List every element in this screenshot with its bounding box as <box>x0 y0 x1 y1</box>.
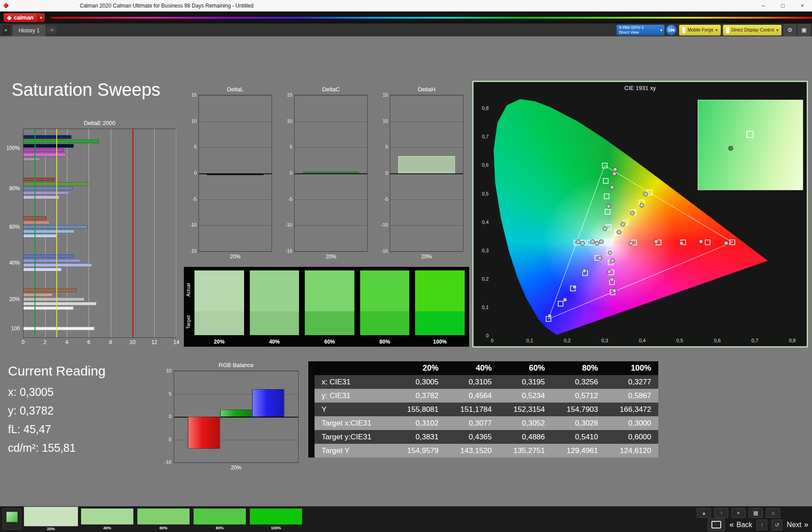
pattern-thumbnail[interactable]: 20% <box>25 509 77 531</box>
pattern-thumbnail[interactable]: 100% <box>250 509 302 530</box>
calman-logo[interactable]: ◈ calman <box>4 13 37 22</box>
gridline <box>199 147 272 148</box>
value-cell: 0,6000 <box>605 430 658 444</box>
display-control-label: Direct Display Control <box>731 27 774 32</box>
back-label: Back <box>737 521 753 529</box>
bar-group: 100% <box>23 135 176 161</box>
home-button[interactable]: ⌂ <box>766 508 780 518</box>
y-tick-label: -15 <box>283 248 292 254</box>
bar <box>398 156 455 173</box>
group-label: 100% <box>6 145 20 151</box>
pattern-thumbnail[interactable]: 60% <box>137 509 190 530</box>
meter-button[interactable]: X-Rite i1Pro 2 Direct View ▾ <box>617 25 664 35</box>
tab-scroll-button[interactable]: ▸ <box>1 24 11 36</box>
settings-button[interactable]: ⚙ <box>784 24 796 36</box>
pattern-window-button[interactable] <box>3 509 21 530</box>
pattern-thumbnail[interactable]: 40% <box>81 509 133 530</box>
plot-area <box>390 95 463 251</box>
back-button[interactable]: « Back <box>729 520 752 529</box>
bar-group: 100 <box>23 327 176 330</box>
actual-swatch <box>305 270 354 311</box>
x-tick-label: 0 <box>22 339 25 345</box>
arrow-up-button[interactable]: ↑ <box>714 508 728 518</box>
pattern-swatch <box>81 509 133 524</box>
probe-button[interactable]: ⌖ <box>731 508 746 518</box>
title-bar: Calman 2020 Calman Ultimate for Business… <box>0 0 812 12</box>
bar <box>23 230 74 233</box>
color-patch <box>305 270 354 335</box>
y-tick-label: 15 <box>378 92 388 98</box>
display-pattern-button[interactable] <box>708 518 725 531</box>
bar-group: 20% <box>23 289 176 310</box>
header-cell: 40% <box>446 361 499 375</box>
y-tick-label: 0 <box>378 170 388 176</box>
gridline <box>295 147 367 148</box>
gridline <box>199 225 272 226</box>
x-tick-label: 14 <box>173 339 179 345</box>
bar <box>23 289 77 292</box>
pattern-swatch <box>25 508 77 525</box>
tab-history-1[interactable]: History 1 <box>12 25 46 36</box>
eject-button[interactable]: ▴ <box>697 508 711 518</box>
x-tick-label: 10 <box>129 339 135 345</box>
gridline <box>295 251 367 252</box>
gamepad-button[interactable]: ▦ <box>749 508 763 518</box>
row-label: Target y:CIE31 <box>315 430 392 444</box>
y-tick-label: 10 <box>283 118 292 124</box>
reading-y: y: 0,3782 <box>8 404 105 417</box>
pattern-source-button[interactable]: Mobile Forge ▾ <box>679 25 721 35</box>
next-button[interactable]: Next » <box>787 520 808 529</box>
color-patch <box>250 270 299 335</box>
y-tick-label: 15 <box>187 92 197 98</box>
x-tick-label: 8 <box>109 339 112 345</box>
target-swatch <box>415 311 465 335</box>
target-swatch <box>360 311 410 335</box>
reference-line <box>56 129 57 337</box>
y-tick-label: -10 <box>283 222 292 227</box>
current-reading-panel: Current Reading x: 0,3005 y: 0,3782 fL: … <box>8 364 105 454</box>
pattern-thumbnail[interactable]: 80% <box>194 509 246 530</box>
refresh-button[interactable]: ↺ <box>772 520 782 530</box>
table-row: x: CIE310,30050,31050,31950,32560,3277 <box>315 375 658 389</box>
actual-swatch <box>250 270 299 311</box>
measured-point-icon <box>728 146 733 151</box>
x-axis-label: 20% <box>156 465 299 471</box>
gridline <box>199 200 272 200</box>
target-swatch <box>194 311 244 335</box>
layout-button[interactable]: ▣ <box>798 24 810 36</box>
minimize-button[interactable]: – <box>754 0 773 11</box>
y-tick-label: 0,1 <box>475 305 489 310</box>
table-row: Target y:CIE310,38310,43650,48860,54100,… <box>315 430 658 444</box>
page-up-button[interactable]: ↑ <box>757 520 767 530</box>
bar <box>23 221 50 224</box>
x-tick-label: 6 <box>87 339 90 345</box>
actual-swatch <box>360 270 410 311</box>
gridline <box>199 251 272 252</box>
color-patch <box>415 270 465 335</box>
actual-swatch <box>194 270 244 311</box>
meter-line2: Direct View <box>619 30 659 35</box>
header-cell: 60% <box>499 361 552 375</box>
value-cell: 155,8081 <box>392 403 446 416</box>
y-tick-label: 5 <box>283 144 292 149</box>
bar <box>207 173 264 175</box>
maximize-button[interactable]: □ <box>773 0 793 11</box>
value-cell: 135,2751 <box>499 444 552 458</box>
gridline <box>199 95 272 96</box>
display-control-button[interactable]: Direct Display Control ▾ <box>723 25 781 35</box>
home-icon: ⌂ <box>771 510 774 516</box>
close-button[interactable]: × <box>793 0 812 11</box>
x-tick-label: 0,4 <box>636 338 649 343</box>
y-tick-label: -10 <box>160 459 171 465</box>
arrow-up-icon: ↑ <box>720 510 723 516</box>
logo-menu-button[interactable]: ▾ <box>37 13 45 22</box>
y-tick-label: -5 <box>187 196 197 202</box>
gridline <box>295 225 367 226</box>
value-cell: 0,5712 <box>552 389 605 403</box>
results-table: 20%40%60%80%100% x: CIE310,30050,31050,3… <box>308 361 658 458</box>
pattern-thumbnails: 20%40%60%80%100% <box>25 509 302 531</box>
value-cell: 0,3028 <box>552 416 605 430</box>
patch-label: 60% <box>305 339 354 345</box>
window-title: Calman 2020 Calman Ultimate for Business… <box>80 3 253 9</box>
add-tab-button[interactable]: + <box>47 26 57 34</box>
